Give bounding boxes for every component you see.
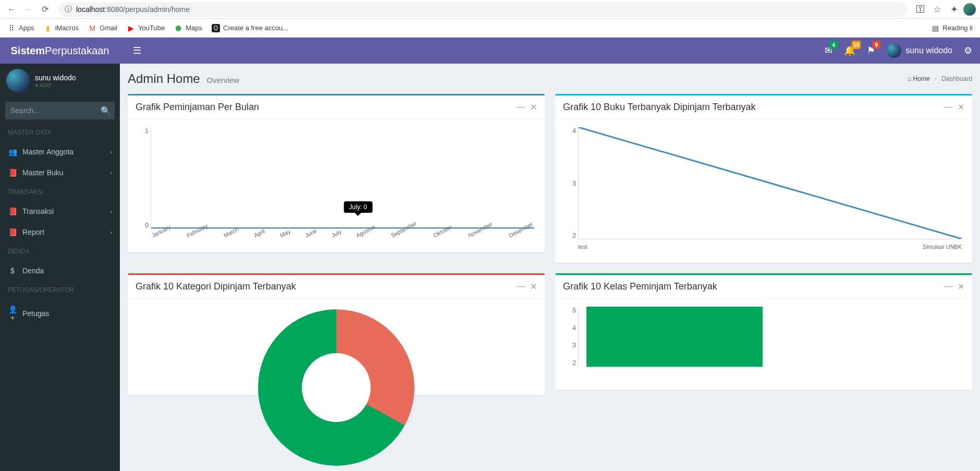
xtick: July: [330, 228, 345, 244]
gmail-icon: M: [88, 24, 96, 32]
ytick: 0: [145, 222, 149, 229]
breadcrumb-home[interactable]: Home: [913, 75, 930, 82]
notifications-button[interactable]: 🔔 10: [844, 45, 855, 56]
user-menu[interactable]: sunu widodo: [887, 43, 952, 58]
box-kelas-terbanyak: Grafik 10 Kelas Peminjam Terbanyak — ✕ 5…: [555, 273, 972, 390]
brand-logo[interactable]: SistemPerpustakaan: [0, 38, 120, 64]
breadcrumb-active: Dashboard: [941, 75, 972, 82]
reading-list-icon: ▤: [931, 24, 939, 32]
messages-button[interactable]: ✉ 4: [825, 45, 832, 56]
sidebar-toggle-button[interactable]: ☰: [128, 42, 146, 59]
chevron-left-icon: ‹: [111, 170, 112, 176]
collapse-button[interactable]: —: [944, 282, 952, 292]
chevron-left-icon: ‹: [111, 209, 112, 214]
address-bar[interactable]: ⓘ localhost:8080/perpus/admin/home: [58, 2, 907, 17]
sidebar-search: 🔍: [5, 102, 115, 119]
avatar: [887, 43, 901, 58]
bookmark-imacros[interactable]: ▮iMacros: [41, 22, 82, 34]
sidebar-item-petugas[interactable]: 👤+Petugas: [0, 299, 120, 328]
ytick: 2: [572, 359, 576, 367]
ytick: 2: [572, 232, 576, 239]
sidebar-item-report[interactable]: 📕Report ‹: [0, 222, 120, 243]
bookmark-create-account[interactable]: QCreate a free accou...: [209, 22, 291, 34]
minus-icon: —: [944, 102, 952, 111]
close-button[interactable]: ✕: [958, 102, 964, 112]
search-button[interactable]: 🔍: [97, 102, 115, 119]
site-info-icon[interactable]: ⓘ: [65, 5, 72, 14]
user-plus-icon: 👤+: [8, 305, 17, 322]
forward-button[interactable]: →: [21, 2, 35, 17]
close-button[interactable]: ✕: [958, 282, 964, 292]
app-header: SistemPerpustakaan ☰ ✉ 4 🔔 10 ⚑ 9 sunu w…: [0, 38, 980, 64]
minus-icon: —: [944, 282, 952, 291]
folder-icon: ▮: [44, 24, 52, 32]
box-title: Grafik 10 Kelas Peminjam Terbanyak: [563, 281, 717, 292]
close-icon: ✕: [530, 282, 537, 291]
apps-shortcut[interactable]: ⠿Apps: [4, 22, 38, 34]
box-peminjaman-bulan: Grafik Peminjaman Per Bulan — ✕ 1 0: [128, 94, 545, 252]
sidebar-header-transaksi: Transaksi: [0, 183, 120, 201]
xtick: April: [253, 228, 268, 244]
bar: [586, 307, 763, 367]
sidebar-user-status: ● Aktif: [35, 82, 76, 88]
maps-pin-icon: ⬢: [174, 24, 182, 32]
chart-tooltip: July: 0: [344, 201, 373, 213]
minus-icon: —: [517, 102, 525, 111]
ytick: 4: [572, 127, 576, 135]
notifications-badge: 10: [852, 41, 861, 49]
bookmark-star-icon[interactable]: ☆: [930, 2, 945, 17]
youtube-icon: ▶: [127, 24, 135, 32]
user-name-label: sunu widodo: [905, 46, 952, 55]
box-title: Grafik 10 Kategori Dipinjam Terbanyak: [136, 281, 296, 292]
gears-icon: ⚙: [964, 45, 972, 56]
sidebar-item-transaksi[interactable]: 📕Transaksi ‹: [0, 201, 120, 222]
bookmark-gmail[interactable]: MGmail: [85, 22, 120, 34]
flags-button[interactable]: ⚑ 9: [867, 45, 875, 56]
profile-avatar-icon[interactable]: [963, 3, 976, 16]
ytick: 3: [572, 342, 576, 349]
chart-top-books: 4 3 2 test Simulasi UNBK: [561, 125, 966, 255]
search-icon: 🔍: [101, 106, 111, 116]
box-kategori-terbanyak: Grafik 10 Kategori Dipinjam Terbanyak — …: [128, 273, 545, 395]
bookmark-youtube[interactable]: ▶YouTube: [124, 22, 168, 34]
users-icon: 👥: [8, 148, 17, 156]
main-content: Admin Home Overview ⌂ Home › Dashboard G…: [120, 64, 980, 471]
page-subtitle: Overview: [206, 76, 239, 84]
messages-badge: 4: [829, 41, 838, 49]
sidebar-item-denda[interactable]: $Denda: [0, 260, 120, 281]
collapse-button[interactable]: —: [944, 102, 952, 112]
collapse-button[interactable]: —: [517, 282, 525, 292]
content-header: Admin Home Overview ⌂ Home › Dashboard: [128, 71, 972, 86]
password-key-icon[interactable]: ⚿: [913, 2, 928, 17]
browser-toolbar: ← → ⟳ ⓘ localhost:8080/perpus/admin/home…: [0, 0, 980, 19]
sidebar-header-denda: DENDA: [0, 243, 120, 260]
bookmark-maps[interactable]: ⬢Maps: [171, 22, 205, 34]
collapse-button[interactable]: —: [517, 102, 525, 112]
xtick: Simulasi UNBK: [923, 244, 962, 255]
home-icon: ⌂: [908, 75, 911, 82]
box-buku-terbanyak: Grafik 10 Buku Terbanyak Dipinjam Terban…: [555, 94, 972, 263]
back-button[interactable]: ←: [4, 2, 19, 17]
close-icon: ✕: [958, 282, 964, 291]
minus-icon: —: [517, 282, 525, 291]
url-text: localhost:8080/perpus/admin/home: [76, 5, 190, 14]
book-icon: 📕: [8, 207, 17, 215]
chart-line: [579, 127, 962, 239]
chart-top-categories: [134, 304, 538, 388]
apps-grid-icon: ⠿: [7, 24, 16, 32]
extensions-icon[interactable]: ✦: [947, 2, 961, 17]
xtick: test: [578, 244, 587, 255]
close-button[interactable]: ✕: [530, 102, 537, 112]
reload-button[interactable]: ⟳: [38, 2, 52, 17]
page-title: Admin Home Overview: [128, 71, 239, 86]
sidebar-item-master-buku[interactable]: 📕Master Buku ‹: [0, 162, 120, 183]
sidebar-item-master-anggota[interactable]: 👥Master Anggota ‹: [0, 141, 120, 162]
settings-button[interactable]: ⚙: [964, 45, 972, 56]
chart-top-classes: 5 4 3 2: [561, 304, 966, 382]
close-button[interactable]: ✕: [530, 282, 537, 292]
chevron-left-icon: ‹: [111, 149, 112, 155]
sidebar: sunu widodo ● Aktif 🔍 MASTER DATA 👥Maste…: [0, 64, 120, 471]
dollar-icon: $: [8, 267, 17, 275]
reading-list-button[interactable]: ▤Reading li: [928, 22, 976, 34]
donut-chart: [258, 309, 414, 466]
